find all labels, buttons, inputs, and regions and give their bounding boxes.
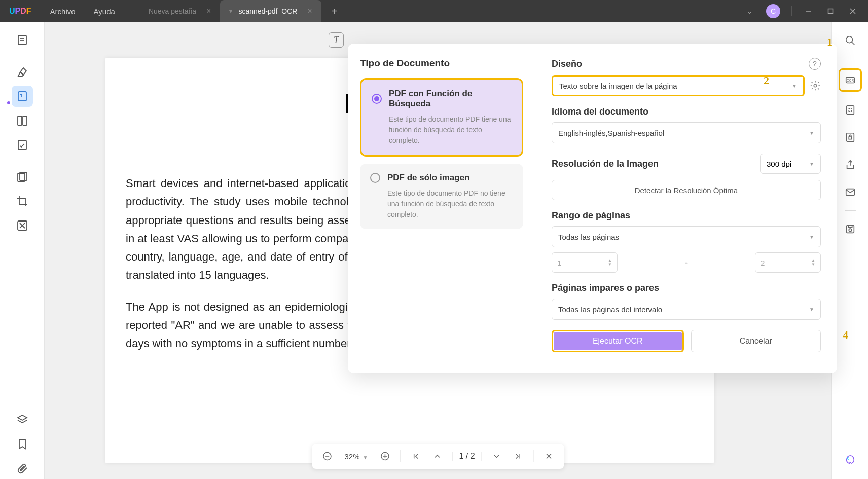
svg-rect-36 [848, 226, 852, 228]
tab-new[interactable]: Nueva pestaña × [139, 0, 221, 22]
next-page-button[interactable] [489, 448, 505, 464]
step-number-4: 4 [843, 328, 848, 342]
share-icon[interactable] [841, 156, 859, 174]
radio-icon[interactable] [372, 94, 382, 104]
run-ocr-button[interactable]: Ejecutar OCR [552, 330, 684, 352]
bottom-toolbar: 32%▼ 1 / 2 [312, 444, 564, 469]
ocr-left-column: Tipo de Documento PDF con Función de Bús… [348, 44, 535, 373]
svg-text:OCR: OCR [846, 79, 854, 82]
svg-rect-32 [849, 137, 852, 139]
tab-document[interactable]: ▾ scanned-pdf_OCR × [220, 0, 321, 22]
close-toolbar-button[interactable] [541, 448, 557, 464]
svg-point-35 [849, 229, 852, 232]
email-icon[interactable] [841, 183, 859, 201]
minimize-button[interactable] [798, 4, 818, 19]
redact-icon[interactable] [12, 215, 33, 236]
app-logo: UPDF [0, 7, 41, 16]
svg-point-26 [846, 36, 852, 43]
page-indicator[interactable]: 1 / 2 [452, 452, 481, 461]
language-label: Idioma del documento [552, 106, 821, 117]
maximize-button[interactable] [820, 4, 841, 19]
svg-line-27 [851, 42, 854, 45]
resolution-label: Resolución de la Imagen [552, 159, 659, 169]
input-value: 1 [557, 259, 561, 267]
user-avatar[interactable]: C [766, 4, 780, 18]
radio-icon[interactable] [370, 173, 380, 183]
separator [400, 450, 401, 462]
language-select[interactable]: English-inglés,Spanish-español ▼ [552, 122, 821, 143]
option-desc: Este tipo de documento PDF no tiene una … [387, 188, 513, 220]
close-button[interactable] [843, 4, 863, 19]
highlight-icon[interactable] [12, 61, 33, 83]
ocr-icon[interactable]: OCR [839, 68, 862, 92]
doc-type-heading: Tipo de Documento [360, 58, 523, 69]
odd-even-select[interactable]: Todas las páginas del intervalo ▼ [552, 299, 821, 320]
protect-icon[interactable] [841, 128, 859, 146]
separator [845, 59, 856, 59]
svg-point-16 [814, 84, 817, 87]
prev-page-button[interactable] [429, 448, 445, 464]
page-layout-icon[interactable] [12, 110, 33, 131]
help-icon[interactable]: ? [809, 58, 821, 70]
separator [533, 450, 534, 462]
attachment-icon[interactable] [12, 458, 33, 479]
chevron-down-icon[interactable]: ▾ [229, 8, 232, 15]
doc-type-image-only[interactable]: PDF de sólo imagen Este tipo de document… [360, 164, 523, 229]
window-controls: ⌄ C [741, 4, 863, 19]
indicator-dot [7, 101, 10, 104]
design-label: Diseño [552, 59, 582, 69]
option-title: PDF con Función de Búsqueda [389, 89, 512, 109]
spinner-arrows[interactable]: ▲▼ [811, 259, 815, 267]
range-separator: - [624, 258, 749, 267]
menu-file[interactable]: Archivo [41, 7, 85, 16]
chevron-down-icon: ▼ [809, 307, 814, 312]
text-tool-icon[interactable]: T [329, 32, 344, 48]
cancel-button[interactable]: Cancelar [691, 330, 821, 352]
bookmark-icon[interactable] [12, 433, 33, 455]
svg-rect-1 [828, 9, 833, 14]
ocr-right-column: Diseño ? Texto sobre la imagen de la pág… [535, 44, 837, 373]
first-page-button[interactable] [408, 448, 424, 464]
gear-icon[interactable] [810, 80, 821, 91]
ai-icon[interactable] [841, 451, 859, 469]
layers-icon[interactable] [12, 409, 33, 430]
detect-resolution-button[interactable]: Detectar la Resolución Óptima [552, 180, 821, 200]
page-range-label: Rango de páginas [552, 210, 821, 221]
zoom-out-button[interactable] [319, 448, 335, 464]
last-page-button[interactable] [510, 448, 526, 464]
form-icon[interactable] [12, 134, 33, 156]
resolution-select[interactable]: 300 dpi ▼ [760, 154, 821, 174]
zoom-in-button[interactable] [377, 448, 393, 464]
organize-icon[interactable] [12, 166, 33, 188]
chevron-down-icon[interactable]: ⌄ [741, 7, 759, 15]
title-bar: UPDF Archivo Ayuda Nueva pestaña × ▾ sca… [0, 0, 868, 22]
svg-rect-30 [846, 106, 854, 115]
close-icon[interactable]: × [206, 7, 211, 16]
step-number-1: 1 [827, 35, 833, 49]
tabs-area: Nueva pestaña × ▾ scanned-pdf_OCR × + [139, 0, 741, 22]
chevron-down-icon: ▼ [809, 161, 814, 167]
add-tab-button[interactable]: + [332, 6, 338, 17]
reader-icon[interactable] [12, 29, 33, 51]
content-area: T Improve Win Smart devices and internet… [45, 22, 831, 479]
page-range-select[interactable]: Todas las páginas ▼ [552, 226, 821, 247]
select-value: 300 dpi [767, 160, 791, 168]
edit-text-icon[interactable] [12, 86, 33, 107]
tab-label: scanned-pdf_OCR [238, 7, 297, 15]
menu-help[interactable]: Ayuda [85, 7, 124, 16]
svg-rect-9 [23, 116, 27, 125]
close-icon[interactable]: × [307, 7, 312, 16]
svg-rect-10 [18, 140, 26, 150]
chevron-down-icon: ▼ [792, 83, 797, 89]
search-icon[interactable] [841, 31, 859, 50]
range-to-input[interactable]: 2 ▲▼ [755, 252, 821, 273]
save-icon[interactable] [841, 220, 859, 238]
doc-type-searchable[interactable]: PDF con Función de Búsqueda Este tipo de… [360, 78, 523, 157]
convert-icon[interactable] [841, 101, 859, 119]
zoom-level[interactable]: 32%▼ [340, 452, 372, 461]
crop-icon[interactable] [12, 191, 33, 212]
separator [16, 56, 28, 56]
spinner-arrows[interactable]: ▲▼ [608, 259, 612, 267]
select-value: Texto sobre la imagen de la página [559, 82, 677, 90]
range-from-input[interactable]: 1 ▲▼ [552, 252, 618, 273]
